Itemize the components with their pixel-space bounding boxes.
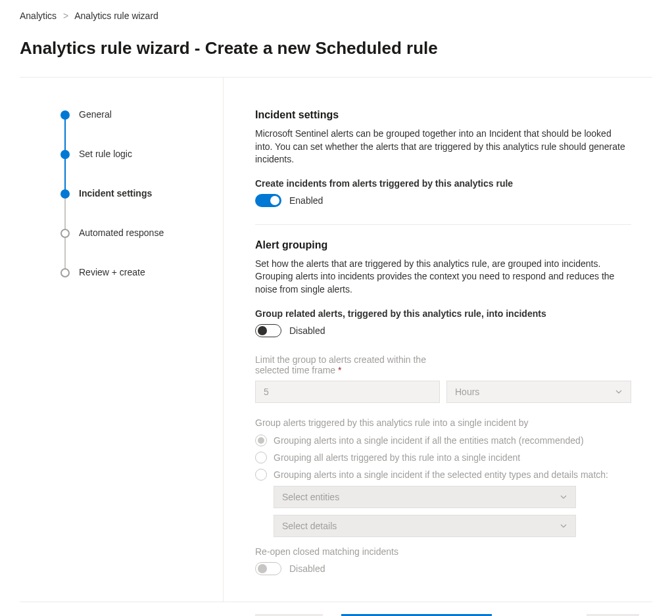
section-heading-alert-grouping: Alert grouping: [255, 239, 631, 251]
step-general[interactable]: General: [60, 109, 210, 149]
toggle-reopen[interactable]: [255, 562, 281, 575]
chevron-down-icon: [615, 388, 623, 396]
divider: [255, 224, 631, 225]
required-indicator: *: [338, 365, 341, 375]
radio-group-selected-types[interactable]: Grouping alerts into a single incident i…: [255, 469, 631, 481]
chevron-down-icon: [560, 522, 567, 530]
details-placeholder: Select details: [282, 521, 337, 531]
toggle-create-incidents[interactable]: [255, 194, 281, 207]
field-label-timeframe: Limit the group to alerts created within…: [255, 354, 452, 375]
step-label: Automated response: [79, 227, 164, 238]
entities-placeholder: Select entities: [282, 492, 339, 502]
timeframe-unit-dropdown[interactable]: Hours: [446, 381, 631, 403]
section-heading-incident-settings: Incident settings: [255, 109, 631, 121]
breadcrumb-item: Analytics rule wizard: [74, 11, 158, 21]
page-title: Analytics rule wizard - Create a new Sch…: [20, 38, 652, 59]
timeframe-value-input[interactable]: 5: [255, 381, 440, 403]
chevron-right-icon: >: [63, 11, 68, 21]
field-label-group-related: Group related alerts, triggered by this …: [255, 308, 631, 319]
radio-icon: [255, 435, 267, 446]
section-desc: Microsoft Sentinel alerts can be grouped…: [255, 128, 631, 166]
step-dot-icon: [60, 268, 70, 277]
timeframe-value: 5: [264, 387, 269, 397]
step-automated-response[interactable]: Automated response: [60, 227, 210, 267]
section-desc: Set how the alerts that are triggered by…: [255, 258, 631, 296]
radio-label: Grouping alerts into a single incident i…: [274, 469, 608, 480]
toggle-state-label: Disabled: [289, 325, 325, 336]
step-dot-icon: [60, 110, 70, 120]
step-incident-settings[interactable]: Incident settings: [60, 188, 210, 227]
breadcrumb-item[interactable]: Analytics: [20, 11, 57, 21]
step-label: Incident settings: [79, 188, 152, 199]
field-label-create-incidents: Create incidents from alerts triggered b…: [255, 178, 631, 189]
details-dropdown[interactable]: Select details: [274, 515, 576, 537]
field-label-reopen: Re-open closed matching incidents: [255, 546, 631, 557]
radio-icon: [255, 469, 267, 481]
radio-label: Grouping all alerts triggered by this ru…: [274, 452, 520, 463]
radio-group-entities-match[interactable]: Grouping alerts into a single incident i…: [255, 435, 631, 446]
toggle-state-label: Enabled: [289, 195, 323, 206]
radio-icon: [255, 452, 267, 463]
chevron-down-icon: [560, 493, 567, 501]
wizard-steps: General Set rule logic Incident settings…: [20, 78, 224, 602]
step-dot-icon: [60, 229, 70, 238]
step-set-rule-logic[interactable]: Set rule logic: [60, 149, 210, 188]
field-label-groupby: Group alerts triggered by this analytics…: [255, 417, 631, 428]
step-label: General: [79, 109, 112, 120]
breadcrumb: Analytics > Analytics rule wizard: [20, 11, 652, 21]
step-review-create[interactable]: Review + create: [60, 267, 210, 277]
toggle-state-label: Disabled: [289, 563, 325, 574]
next-button[interactable]: Next : Automated response >: [341, 614, 492, 616]
radio-label: Grouping alerts into a single incident i…: [274, 435, 584, 446]
previous-button[interactable]: < Previous: [255, 614, 323, 616]
step-dot-icon: [60, 189, 70, 199]
step-label: Set rule logic: [79, 149, 132, 159]
step-dot-icon: [60, 150, 70, 159]
timeframe-unit: Hours: [455, 387, 479, 397]
radio-group-all-alerts[interactable]: Grouping all alerts triggered by this ru…: [255, 452, 631, 463]
entities-dropdown[interactable]: Select entities: [274, 486, 576, 508]
cancel-button[interactable]: Cancel: [587, 614, 639, 616]
step-label: Review + create: [79, 267, 145, 277]
form-panel: Incident settings Microsoft Sentinel ale…: [224, 78, 644, 602]
toggle-group-related[interactable]: [255, 324, 281, 337]
